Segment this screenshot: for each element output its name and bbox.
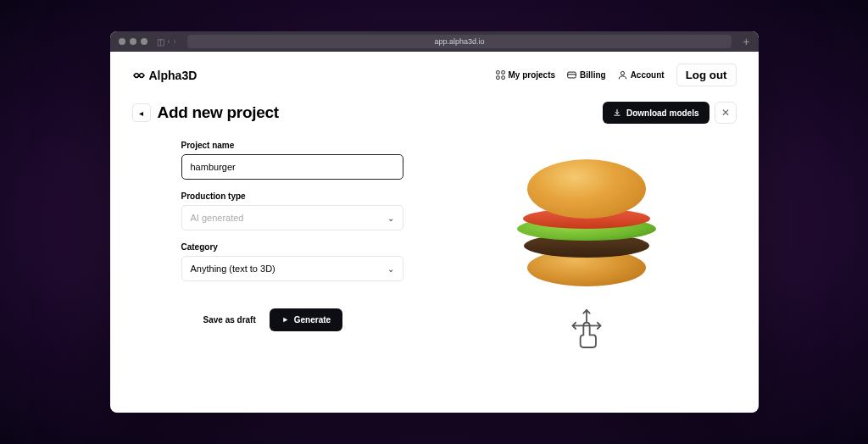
card-icon <box>567 70 576 80</box>
new-tab-button[interactable]: + <box>743 35 749 48</box>
grid-icon <box>496 70 505 80</box>
production-type-select[interactable]: AI generated ⌄ <box>181 205 403 230</box>
download-icon <box>613 108 621 117</box>
project-name-input[interactable] <box>181 154 403 180</box>
generate-button[interactable]: Generate <box>270 308 342 331</box>
app-header: Alpha3D My projects Billing Account Log … <box>132 64 737 86</box>
page-header-row: ◂ Add new project Download models ✕ <box>132 102 737 124</box>
rotate-hint-icon <box>568 308 605 352</box>
chrome-controls: ◫ ‹ › <box>157 37 176 47</box>
back-button[interactable]: ◂ <box>132 103 151 122</box>
production-type-label: Production type <box>181 191 403 201</box>
nav-forward-icon[interactable]: › <box>174 37 176 47</box>
logo-mark-icon <box>132 69 146 82</box>
browser-window: ◫ ‹ › app.alpha3d.io + Alpha3D My projec… <box>110 31 759 413</box>
svg-rect-2 <box>496 76 498 79</box>
chevron-down-icon: ⌄ <box>387 214 394 223</box>
close-icon: ✕ <box>721 107 730 119</box>
download-models-button[interactable]: Download models <box>603 102 709 124</box>
app-content: Alpha3D My projects Billing Account Log … <box>110 52 759 364</box>
hamburger-3d-model <box>515 149 659 293</box>
model-preview-column <box>437 141 737 352</box>
svg-rect-1 <box>501 71 504 74</box>
svg-rect-0 <box>496 71 498 74</box>
brand-logo[interactable]: Alpha3D <box>132 69 198 82</box>
page-title: Add new project <box>158 103 279 122</box>
category-label: Category <box>181 242 403 252</box>
logout-button[interactable]: Log out <box>676 64 737 86</box>
play-icon <box>281 316 289 324</box>
category-select[interactable]: Anything (text to 3D) ⌄ <box>181 256 403 281</box>
nav-account[interactable]: Account <box>618 70 665 80</box>
user-icon <box>618 70 627 80</box>
nav-billing[interactable]: Billing <box>567 70 606 80</box>
header-nav: My projects Billing Account Log out <box>496 64 737 86</box>
save-draft-button[interactable]: Save as draft <box>203 315 256 325</box>
chevron-left-icon: ◂ <box>139 108 143 118</box>
url-bar[interactable]: app.alpha3d.io <box>187 35 732 48</box>
svg-rect-4 <box>568 72 576 78</box>
project-form: Project name Production type AI generate… <box>132 141 403 352</box>
svg-point-6 <box>620 71 624 75</box>
browser-chrome: ◫ ‹ › app.alpha3d.io + <box>110 31 759 52</box>
traffic-lights <box>119 38 147 45</box>
close-window-button[interactable] <box>119 38 125 45</box>
svg-rect-3 <box>501 76 504 79</box>
nav-back-icon[interactable]: ‹ <box>168 37 170 47</box>
nav-my-projects[interactable]: My projects <box>496 70 556 80</box>
minimize-window-button[interactable] <box>130 38 136 45</box>
chevron-down-icon: ⌄ <box>387 264 394 274</box>
maximize-window-button[interactable] <box>141 38 147 45</box>
close-button[interactable]: ✕ <box>715 102 737 124</box>
brand-name: Alpha3D <box>149 69 198 82</box>
main-area: Project name Production type AI generate… <box>132 141 737 352</box>
model-preview-viewport[interactable] <box>502 141 671 302</box>
sidebar-toggle-icon[interactable]: ◫ <box>157 37 164 47</box>
project-name-label: Project name <box>181 141 403 150</box>
